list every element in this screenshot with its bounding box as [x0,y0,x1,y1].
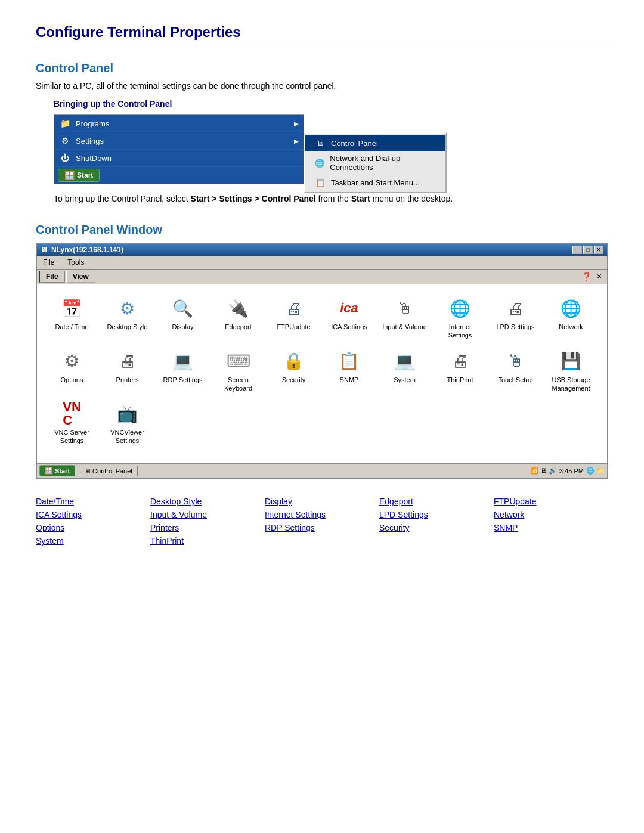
usb-storage-label: USB Storage Management [548,376,594,393]
link-ftpupdate[interactable]: FTPUpdate [494,497,608,506]
link-internet-settings[interactable]: Internet Settings [265,510,379,519]
start-button[interactable]: 🪟 Start [58,169,100,182]
printers-icon: 🖨 [116,349,140,373]
ftpupdate-label: FTPUpdate [277,323,310,331]
links-grid: Date/Time Desktop Style Display Edgeport… [36,497,608,546]
taskbar-start-label: Start [55,467,70,475]
settings-label: Settings [76,137,104,145]
icon-lpd-settings[interactable]: 🖨 LPD Settings [490,294,541,342]
link-network[interactable]: Network [494,510,608,519]
help-icon[interactable]: ❓ [581,272,592,281]
link-placeholder-2 [379,536,494,546]
icon-vnc-server[interactable]: VNC VNC Server Settings [47,400,97,448]
icon-printers[interactable]: 🖨 Printers [102,347,153,395]
link-security[interactable]: Security [379,523,494,532]
link-printers[interactable]: Printers [150,523,265,532]
icon-date-time[interactable]: 📅 Date / Time [47,294,97,342]
icon-input-volume[interactable]: 🖱 Input & Volume [379,294,430,342]
programs-label: Programs [76,119,109,128]
control-panel-window: 🖥 NLynx(192.168.1.141) _ □ ✕ File Tools … [36,243,608,479]
network-label: Network [559,323,583,331]
link-desktop-style[interactable]: Desktop Style [150,497,265,506]
start-button-icon: 🪟 [64,171,75,180]
icon-ica-settings[interactable]: ica ICA Settings [324,294,374,342]
taskbar-start-button[interactable]: 🪟 Start [39,465,75,476]
icon-usb-storage[interactable]: 💾 USB Storage Management [546,347,596,395]
icon-edgeport[interactable]: 🔌 Edgeport [213,294,264,342]
icon-desktop-style[interactable]: ⚙ Desktop Style [102,294,153,342]
link-input-volume[interactable]: Input & Volume [150,510,265,519]
link-ica-settings[interactable]: ICA Settings [36,510,150,519]
control-panel-label: Control Panel [331,139,378,148]
submenu-taskbar[interactable]: 📋 Taskbar and Start Menu... [305,174,445,191]
date-time-label: Date / Time [55,323,88,331]
icon-thinprint[interactable]: 🖨 ThinPrint [435,347,485,395]
link-date-time[interactable]: Date/Time [36,497,150,506]
icon-screen-keyboard[interactable]: ⌨ Screen Keyboard [213,347,264,395]
icon-ftpupdate[interactable]: 🖨 FTPUpdate [268,294,319,342]
taskbar-control-panel-window[interactable]: 🖥 Control Panel [79,466,138,476]
desktop-style-icon: ⚙ [116,296,140,320]
window-menubar: File Tools [37,256,607,270]
link-rdp-settings[interactable]: RDP Settings [265,523,379,532]
vncviewer-label: VNCViewer Settings [104,428,150,445]
menu-settings[interactable]: ⚙ Settings ▶ [54,132,304,150]
start-button-label: Start [77,171,93,179]
system-label: System [394,376,416,384]
menu-tools[interactable]: Tools [64,257,88,268]
close-button[interactable]: ✕ [594,246,603,254]
toolbar-file-btn[interactable]: File [39,271,65,283]
window-title-text: NLynx(192.168.1.141) [51,246,123,254]
icon-display[interactable]: 🔍 Display [157,294,208,342]
icon-system[interactable]: 💻 System [379,347,430,395]
section-title-cpw: Control Panel Window [36,223,608,237]
icon-network[interactable]: 🌐 Network [546,294,596,342]
ftpupdate-icon: 🖨 [282,296,306,320]
icon-internet-settings[interactable]: 🌐 Internet Settings [435,294,485,342]
menu-shutdown[interactable]: ⏻ ShutDown [54,150,304,167]
minimize-button[interactable]: _ [572,246,582,254]
programs-arrow: ▶ [294,120,299,127]
lpd-settings-label: LPD Settings [496,323,534,331]
screen-keyboard-icon: ⌨ [227,349,250,373]
restore-button[interactable]: □ [583,246,593,254]
link-edgeport[interactable]: Edgeport [379,497,494,506]
window-titlebar: 🖥 NLynx(192.168.1.141) _ □ ✕ [37,244,607,256]
icon-rdp-settings[interactable]: 💻 RDP Settings [157,347,208,395]
start-button-row: 🪟 Start [54,167,304,184]
link-system[interactable]: System [36,536,150,546]
window-content: 📅 Date / Time ⚙ Desktop Style 🔍 Display … [37,284,607,463]
icon-vncviewer[interactable]: 📺 VNCViewer Settings [102,400,153,448]
options-icon: ⚙ [60,349,84,373]
icon-touchsetup[interactable]: 🖱 TouchSetup [490,347,541,395]
toolbar-close-icon[interactable]: ✕ [594,272,605,281]
display-icon: 🔍 [171,296,195,320]
taskbar-label: Taskbar and Start Menu... [331,178,420,187]
link-snmp[interactable]: SNMP [494,523,608,532]
date-time-icon: 📅 [60,296,84,320]
snmp-icon: 📋 [338,349,361,373]
submenu-control-panel[interactable]: 🖥 Control Panel [305,135,445,151]
caption-text: To bring up the Control Panel, select St… [54,193,608,205]
link-thinprint[interactable]: ThinPrint [150,536,265,546]
menu-programs[interactable]: 📁 Programs ▶ [54,115,304,132]
menu-file[interactable]: File [39,257,58,268]
rdp-settings-label: RDP Settings [163,376,203,384]
icon-snmp[interactable]: 📋 SNMP [324,347,374,395]
link-lpd-settings[interactable]: LPD Settings [379,510,494,519]
network-icon: 🌐 [559,296,583,320]
icon-security[interactable]: 🔒 Security [268,347,319,395]
taskbar-time: 3:45 PM [559,467,584,475]
title-divider [36,47,608,47]
taskbar-system-tray: 📶 🖥 🔊 [530,467,557,475]
internet-settings-label: Internet Settings [437,323,483,340]
toolbar-view-btn[interactable]: View [66,271,95,283]
usb-storage-icon: 💾 [559,349,583,373]
link-options[interactable]: Options [36,523,150,532]
submenu-network-connections[interactable]: 🌐 Network and Dial-up Connections [305,151,445,174]
security-icon: 🔒 [282,349,306,373]
icon-options[interactable]: ⚙ Options [47,347,97,395]
security-label: Security [282,376,306,384]
control-panel-icon: 🖥 [314,137,326,149]
link-display[interactable]: Display [265,497,379,506]
